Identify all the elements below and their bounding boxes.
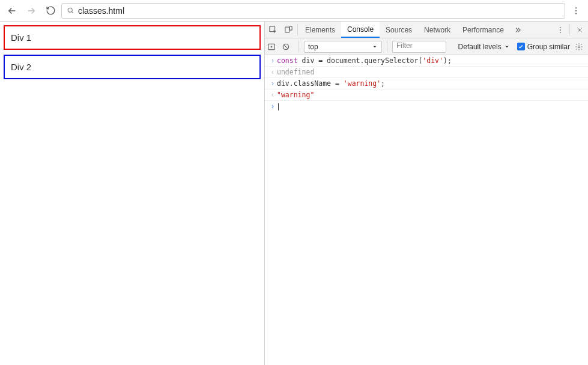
svg-point-9 — [560, 32, 561, 33]
group-similar-toggle[interactable]: Group similar — [517, 41, 570, 53]
console-filter-input[interactable]: Filter — [392, 41, 446, 53]
svg-rect-6 — [289, 26, 292, 30]
chevrons-right-icon — [514, 26, 522, 34]
execution-context-label: top — [308, 43, 318, 51]
arrow-right-icon — [26, 5, 37, 16]
svg-point-8 — [560, 29, 561, 31]
separator — [569, 24, 570, 35]
input-marker-icon: › — [268, 78, 277, 89]
kebab-icon — [571, 6, 581, 16]
log-levels-selector[interactable]: Default levels — [458, 41, 510, 53]
svg-point-2 — [575, 10, 577, 11]
console-output-row: ‹undefined — [265, 67, 588, 78]
main-split: Div 1Div 2 ElementsConsoleSourcesNetwork… — [0, 22, 588, 365]
tab-console[interactable]: Console — [341, 22, 380, 38]
svg-point-3 — [575, 13, 577, 14]
svg-point-7 — [560, 26, 561, 28]
input-marker-icon: › — [268, 55, 277, 66]
prompt-marker-icon: › — [268, 101, 277, 112]
address-bar-text: classes.html — [78, 6, 124, 16]
console-message: div.className = 'warning'; — [277, 78, 385, 89]
devtools-close-button[interactable] — [571, 22, 588, 38]
devtools-more-tabs[interactable] — [510, 22, 526, 38]
output-marker-icon: ‹ — [268, 67, 277, 77]
console-prompt-row[interactable]: › — [265, 101, 588, 112]
devtools-tabbar: ElementsConsoleSourcesNetworkPerformance — [265, 22, 588, 38]
devtools-panel: ElementsConsoleSourcesNetworkPerformance — [264, 22, 588, 365]
page-div-1: Div 1 — [4, 25, 261, 50]
tab-elements[interactable]: Elements — [299, 22, 341, 38]
console-sidebar-toggle[interactable] — [267, 43, 279, 51]
tab-performance[interactable]: Performance — [456, 22, 510, 38]
device-icon — [284, 25, 293, 34]
browser-toolbar: classes.html — [0, 0, 588, 22]
console-toolbar: top Filter Default levels Group similar — [265, 38, 588, 55]
console-settings-button[interactable] — [572, 43, 586, 51]
devtools-menu-button[interactable] — [553, 22, 568, 38]
chevron-down-icon — [504, 44, 510, 50]
svg-rect-5 — [285, 27, 289, 32]
log-levels-label: Default levels — [458, 43, 502, 51]
reload-icon — [46, 5, 56, 16]
arrow-left-icon — [7, 5, 17, 16]
rendered-page: Div 1Div 2 — [0, 22, 264, 365]
tab-network[interactable]: Network — [418, 22, 456, 38]
filter-placeholder: Filter — [396, 41, 413, 50]
reload-button[interactable] — [42, 2, 59, 19]
console-message: "warning" — [277, 89, 314, 100]
close-icon — [576, 26, 583, 34]
separator — [297, 24, 298, 35]
browser-menu-button[interactable] — [568, 2, 584, 19]
svg-point-12 — [578, 46, 580, 48]
console-output-row: ‹"warning" — [265, 89, 588, 101]
console-input-row: ›div.className = 'warning'; — [265, 78, 588, 89]
output-marker-icon: ‹ — [268, 89, 277, 100]
forward-button[interactable] — [23, 2, 40, 19]
kebab-icon — [556, 26, 565, 34]
console-output[interactable]: ›const div = document.querySelector('div… — [265, 55, 588, 365]
ban-icon — [282, 43, 290, 51]
inspect-icon — [268, 25, 277, 34]
clear-console-button[interactable] — [282, 43, 294, 51]
chevron-down-icon — [372, 44, 378, 50]
console-message: undefined — [277, 67, 314, 77]
checkbox-checked-icon — [517, 43, 525, 50]
address-bar[interactable]: classes.html — [61, 3, 565, 19]
console-prompt-input[interactable] — [277, 101, 279, 112]
console-message: const div = document.querySelector('div'… — [277, 55, 452, 66]
execution-context-selector[interactable]: top — [304, 41, 382, 53]
play-box-icon — [267, 43, 276, 51]
gear-icon — [575, 43, 583, 51]
page-div-2: Div 2 — [4, 55, 261, 79]
console-input-row: ›const div = document.querySelector('div… — [265, 55, 588, 67]
device-toolbar-button[interactable] — [280, 22, 296, 38]
svg-point-1 — [575, 7, 577, 8]
svg-point-0 — [68, 8, 72, 12]
back-button[interactable] — [4, 2, 20, 19]
inspect-element-button[interactable] — [265, 22, 280, 38]
group-similar-label: Group similar — [527, 43, 570, 51]
search-icon — [67, 7, 74, 14]
text-caret-icon — [278, 103, 279, 110]
tab-sources[interactable]: Sources — [380, 22, 418, 38]
